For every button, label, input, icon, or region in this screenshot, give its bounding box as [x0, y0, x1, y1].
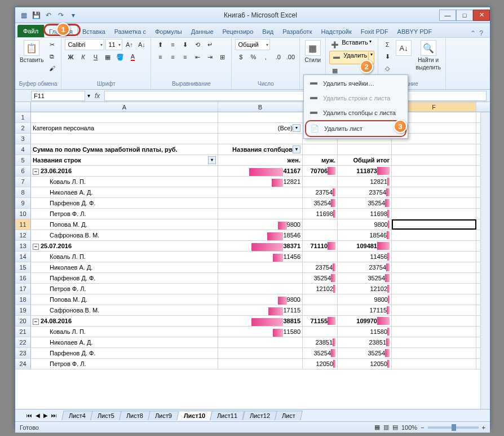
cell[interactable]: 35254	[338, 273, 392, 283]
cell[interactable]: 35254	[338, 348, 392, 358]
orientation-icon[interactable]: ⟲	[192, 39, 203, 50]
tab-file[interactable]: Файл	[17, 25, 44, 37]
insert-row-button[interactable]: ➕Вставить▾	[329, 39, 372, 50]
sheet-nav-last-icon[interactable]: ⏭	[51, 412, 63, 419]
cell[interactable]: Коваль Л. П.	[31, 252, 218, 262]
cell[interactable]	[218, 134, 303, 144]
row-header[interactable]: 7	[15, 177, 31, 187]
namebox-dropdown-icon[interactable]: ▾	[85, 93, 90, 99]
cell[interactable]: 35254	[303, 198, 338, 208]
comma-icon[interactable]: ,	[260, 51, 271, 63]
help-icon[interactable]: ?	[479, 29, 483, 37]
cell[interactable]	[303, 305, 338, 315]
cell[interactable]	[218, 262, 303, 272]
cell[interactable]	[303, 252, 338, 262]
cell[interactable]	[218, 209, 303, 219]
font-color-icon[interactable]: A	[127, 51, 138, 63]
row-header[interactable]: 2	[15, 123, 31, 133]
cell[interactable]: 23754	[303, 187, 338, 197]
align-center-icon[interactable]: ≡	[167, 51, 178, 63]
cell[interactable]	[392, 187, 476, 197]
cell[interactable]	[392, 359, 476, 369]
cell[interactable]	[303, 144, 338, 155]
cell[interactable]: 12102	[338, 284, 392, 294]
zoom-out-icon[interactable]: −	[421, 424, 424, 431]
cell[interactable]	[392, 144, 476, 155]
cell[interactable]	[218, 112, 303, 122]
cell[interactable]	[218, 198, 303, 208]
close-button[interactable]: ✕	[473, 10, 490, 21]
cell[interactable]: −24.08.2016	[31, 316, 218, 326]
zoom-level[interactable]: 100%	[401, 424, 417, 431]
cell[interactable]: Названия строк▾	[31, 155, 218, 165]
cell[interactable]	[218, 273, 303, 283]
cell[interactable]: Общий итог	[338, 155, 392, 165]
border-icon[interactable]: ▦	[102, 51, 113, 63]
merge-icon[interactable]: ⊞	[216, 51, 228, 63]
sheet-tab[interactable]: Лист10	[176, 411, 213, 420]
underline-icon[interactable]: Ч	[90, 51, 101, 63]
cell[interactable]	[392, 219, 476, 230]
cell[interactable]: 70706	[303, 166, 338, 176]
cell[interactable]: −23.06.2016	[31, 166, 218, 176]
decrease-indent-icon[interactable]: ⇤	[192, 51, 203, 63]
sheet-tab[interactable]: Лист9	[148, 411, 179, 420]
align-bottom-icon[interactable]: ⬇	[179, 39, 191, 50]
cell[interactable]: 35254	[303, 273, 338, 283]
format-painter-icon[interactable]: 🖌	[46, 63, 58, 74]
cell[interactable]: 9800	[218, 219, 303, 230]
cell[interactable]: 11456	[218, 252, 303, 262]
cell[interactable]: 38815	[218, 316, 303, 326]
cell[interactable]: 17115	[218, 305, 303, 315]
view-layout-icon[interactable]: ▥	[383, 424, 389, 431]
row-header[interactable]: 12	[15, 230, 31, 240]
font-size-combo[interactable]: 11	[105, 39, 122, 50]
cell[interactable]: 109970	[338, 316, 392, 326]
tab-review[interactable]: Рецензиро	[218, 26, 258, 37]
increase-indent-icon[interactable]: ⇥	[204, 51, 215, 63]
cell[interactable]	[338, 144, 392, 155]
cell[interactable]	[218, 187, 303, 197]
row-header[interactable]: 3	[15, 134, 31, 144]
col-header-a[interactable]: A	[31, 102, 218, 112]
align-middle-icon[interactable]: ≡	[167, 39, 178, 50]
cell[interactable]: 9800	[338, 219, 392, 230]
fill-icon[interactable]: ⬇	[382, 51, 393, 62]
cell[interactable]: 23754	[338, 262, 392, 272]
fill-color-icon[interactable]: 🪣	[114, 51, 126, 63]
menu-delete-cols[interactable]: ➖Удалить столбцы с листа	[305, 105, 406, 120]
menu-delete-cells[interactable]: ➖Удалить ячейки…	[305, 76, 406, 91]
tab-layout[interactable]: Разметка с	[110, 26, 151, 37]
cell[interactable]: Николаев А. Д.	[31, 187, 218, 197]
cell[interactable]	[392, 305, 476, 315]
row-header[interactable]: 4	[15, 144, 31, 155]
cell[interactable]	[392, 327, 476, 337]
cell[interactable]: 23851	[338, 337, 392, 347]
cell[interactable]: 23754	[338, 187, 392, 197]
copy-icon[interactable]: ⧉	[46, 51, 58, 62]
cell[interactable]	[392, 241, 476, 251]
cell[interactable]: Коваль Л. П.	[31, 177, 218, 187]
clear-icon[interactable]: ◇	[382, 63, 393, 74]
align-top-icon[interactable]: ⬆	[154, 39, 166, 50]
cell[interactable]: 35254	[303, 348, 338, 358]
row-header[interactable]: 22	[15, 337, 31, 347]
cell[interactable]	[392, 166, 476, 176]
cell[interactable]: Петров Ф. Л.	[31, 359, 218, 369]
cell[interactable]: 12050	[338, 359, 392, 369]
cell[interactable]	[31, 134, 218, 144]
cell[interactable]	[218, 359, 303, 369]
find-select-button[interactable]: 🔍 Найти и выделить	[414, 39, 442, 72]
cell[interactable]: 11698	[338, 209, 392, 219]
cell[interactable]: Попова М. Д.	[31, 219, 218, 230]
font-name-combo[interactable]: Calibri	[65, 39, 104, 50]
row-header[interactable]: 1	[15, 112, 31, 122]
cell[interactable]: Категория персонала	[31, 123, 218, 133]
fx-icon[interactable]: fx	[90, 92, 104, 100]
row-header[interactable]: 24	[15, 359, 31, 369]
row-header[interactable]: 21	[15, 327, 31, 337]
cell[interactable]: 71155	[303, 316, 338, 326]
cell[interactable]: 109481	[338, 241, 392, 251]
increase-decimal-icon[interactable]: .0	[272, 51, 284, 63]
cell[interactable]	[392, 155, 476, 165]
